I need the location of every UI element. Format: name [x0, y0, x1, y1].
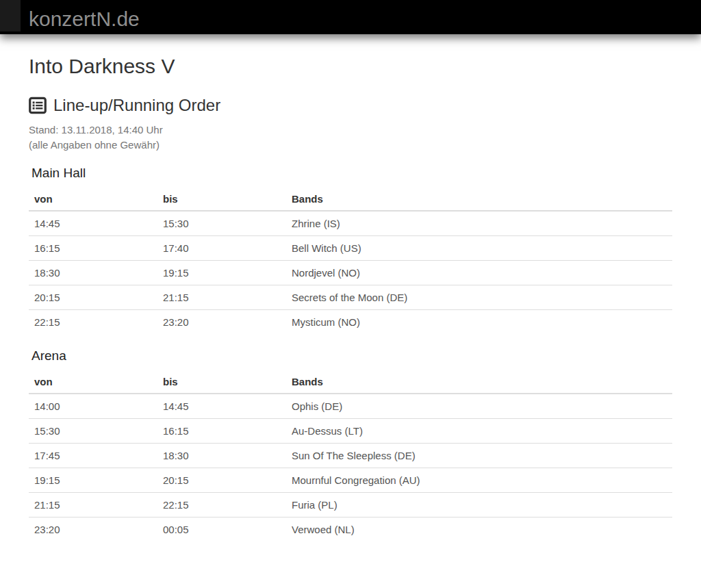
site-brand-link[interactable]: konzertN.de [29, 0, 140, 36]
end-time-cell: 14:45 [157, 394, 286, 419]
band-cell: Zhrine (IS) [286, 211, 672, 236]
list-alt-icon [29, 97, 47, 114]
status-text: Stand: 13.11.2018, 14:40 Uhr (alle Angab… [29, 123, 672, 153]
table-row: 15:3016:15Au-Dessus (LT) [29, 419, 672, 444]
start-time-cell: 17:45 [29, 444, 157, 468]
start-time-cell: 19:15 [29, 468, 157, 493]
end-time-cell: 19:15 [157, 261, 286, 285]
band-cell: Secrets of the Moon (DE) [286, 285, 672, 310]
column-header: bis [157, 370, 286, 394]
start-time-cell: 16:15 [29, 236, 157, 261]
updated-timestamp: Stand: 13.11.2018, 14:40 Uhr [29, 124, 163, 136]
band-cell: Sun Of The Sleepless (DE) [286, 444, 672, 468]
band-cell: Mournful Congregation (AU) [286, 468, 672, 493]
stages: Main Hall vonbisBands 14:4515:30Zhrine (… [29, 166, 672, 541]
table-row: 17:4518:30Sun Of The Sleepless (DE) [29, 444, 672, 468]
end-time-cell: 21:15 [157, 285, 286, 310]
band-cell: Verwoed (NL) [286, 517, 672, 542]
start-time-cell: 21:15 [29, 493, 157, 517]
band-cell: Mysticum (NO) [286, 310, 672, 335]
end-time-cell: 17:40 [157, 236, 286, 261]
start-time-cell: 14:00 [29, 394, 157, 419]
schedule-table: vonbisBands 14:4515:30Zhrine (IS)16:1517… [29, 188, 672, 334]
table-row: 14:4515:30Zhrine (IS) [29, 211, 672, 236]
start-time-cell: 15:30 [29, 419, 157, 444]
main-content: Into Darkness V Line-up/Running Order St… [29, 55, 672, 541]
section-heading: Line-up/Running Order [29, 97, 672, 114]
header-corner-shade [0, 0, 21, 31]
band-cell: Ophis (DE) [286, 394, 672, 419]
table-row: 23:2000:05Verwoed (NL) [29, 517, 672, 542]
end-time-cell: 00:05 [157, 517, 286, 542]
column-header: von [29, 370, 157, 394]
table-row: 14:0014:45Ophis (DE) [29, 394, 672, 419]
start-time-cell: 18:30 [29, 261, 157, 285]
end-time-cell: 18:30 [157, 444, 286, 468]
column-header: Bands [286, 188, 672, 211]
start-time-cell: 22:15 [29, 310, 157, 335]
table-row: 18:3019:15Nordjevel (NO) [29, 261, 672, 285]
table-header-row: vonbisBands [29, 370, 672, 394]
column-header: von [29, 188, 157, 211]
schedule-table: vonbisBands 14:0014:45Ophis (DE)15:3016:… [29, 370, 672, 541]
site-header: konzertN.de [0, 0, 701, 34]
table-header-row: vonbisBands [29, 188, 672, 211]
end-time-cell: 15:30 [157, 211, 286, 236]
table-row: 16:1517:40Bell Witch (US) [29, 236, 672, 261]
stage-name: Arena [31, 349, 672, 363]
table-row: 21:1522:15Furia (PL) [29, 493, 672, 517]
section-title: Line-up/Running Order [53, 97, 220, 114]
table-row: 22:1523:20Mysticum (NO) [29, 310, 672, 335]
column-header: Bands [286, 370, 672, 394]
band-cell: Bell Witch (US) [286, 236, 672, 261]
start-time-cell: 14:45 [29, 211, 157, 236]
table-row: 19:1520:15Mournful Congregation (AU) [29, 468, 672, 493]
end-time-cell: 16:15 [157, 419, 286, 444]
band-cell: Nordjevel (NO) [286, 261, 672, 285]
page-title: Into Darkness V [29, 55, 672, 79]
stage-name: Main Hall [31, 166, 672, 181]
stage-section: Arena vonbisBands 14:0014:45Ophis (DE)15… [29, 349, 672, 541]
end-time-cell: 20:15 [157, 468, 286, 493]
disclaimer: (alle Angaben ohne Gewähr) [29, 139, 160, 151]
band-cell: Au-Dessus (LT) [286, 419, 672, 444]
end-time-cell: 22:15 [157, 493, 286, 517]
start-time-cell: 20:15 [29, 285, 157, 310]
start-time-cell: 23:20 [29, 517, 157, 542]
stage-section: Main Hall vonbisBands 14:4515:30Zhrine (… [29, 166, 672, 334]
end-time-cell: 23:20 [157, 310, 286, 335]
table-row: 20:1521:15Secrets of the Moon (DE) [29, 285, 672, 310]
band-cell: Furia (PL) [286, 493, 672, 517]
column-header: bis [157, 188, 286, 211]
